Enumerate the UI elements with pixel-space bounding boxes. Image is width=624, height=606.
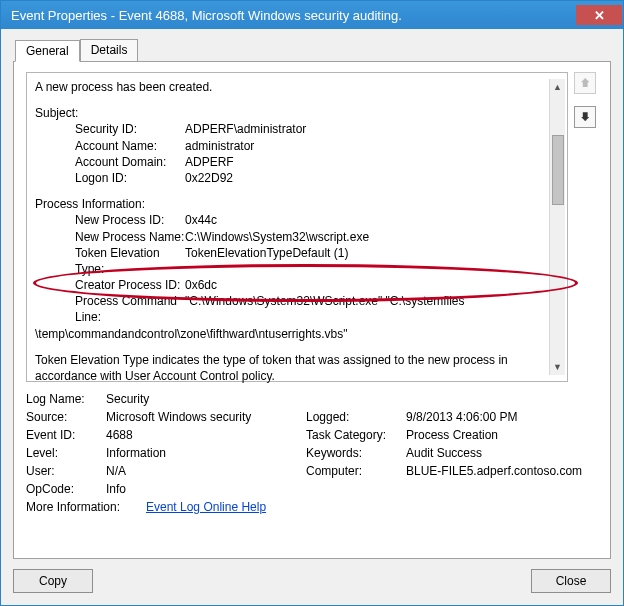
cmdline-value-2: \temp\commandandcontrol\zone\fifthward\n…: [35, 326, 549, 342]
new-pname-label: New Process Name:: [35, 229, 185, 245]
user-value: N/A: [106, 464, 306, 478]
new-pid-label: New Process ID:: [35, 212, 185, 228]
close-icon: ✕: [594, 8, 605, 23]
computer-label: Computer:: [306, 464, 406, 478]
level-label: Level:: [26, 446, 106, 460]
user-label: User:: [26, 464, 106, 478]
source-value: Microsoft Windows security: [106, 410, 306, 424]
new-pname-value: C:\Windows\System32\wscript.exe: [185, 229, 549, 245]
details-grid: Log Name: Security Source: Microsoft Win…: [26, 392, 598, 518]
task-category-label: Task Category:: [306, 428, 406, 442]
opcode-label: OpCode:: [26, 482, 106, 496]
event-description-inner: A new process has been created. Subject:…: [35, 79, 549, 375]
tab-general[interactable]: General: [15, 40, 80, 62]
new-pid-value: 0x44c: [185, 212, 549, 228]
cmdline-label: Process Command Line:: [35, 293, 185, 325]
event-description-box: A new process has been created. Subject:…: [26, 72, 568, 382]
logon-id-value: 0x22D92: [185, 170, 549, 186]
security-id-value: ADPERF\administrator: [185, 121, 549, 137]
titlebar[interactable]: Event Properties - Event 4688, Microsoft…: [1, 1, 623, 29]
arrow-up-icon: 🡅: [580, 77, 591, 89]
event-header: A new process has been created.: [35, 79, 549, 95]
creator-pid-label: Creator Process ID:: [35, 277, 185, 293]
nav-arrows: 🡅 🡇: [574, 72, 598, 128]
log-name-label: Log Name:: [26, 392, 106, 406]
window-title: Event Properties - Event 4688, Microsoft…: [11, 8, 576, 23]
account-domain-label: Account Domain:: [35, 154, 185, 170]
source-label: Source:: [26, 410, 106, 424]
dialog-buttons: Copy Close: [13, 569, 611, 593]
keywords-label: Keywords:: [306, 446, 406, 460]
upper-row: A new process has been created. Subject:…: [26, 72, 598, 382]
creator-pid-value: 0x6dc: [185, 277, 549, 293]
subject-label: Subject:: [35, 105, 549, 121]
event-explanation: Token Elevation Type indicates the type …: [35, 352, 549, 384]
tab-details[interactable]: Details: [80, 39, 139, 61]
logged-value: 9/8/2013 4:06:00 PM: [406, 410, 598, 424]
arrow-down-icon: 🡇: [580, 111, 591, 123]
prev-event-button[interactable]: 🡅: [574, 72, 596, 94]
tet-value: TokenElevationTypeDefault (1): [185, 245, 549, 277]
tab-panel: A new process has been created. Subject:…: [13, 61, 611, 559]
copy-button[interactable]: Copy: [13, 569, 93, 593]
window-body: General Details A new process has been c…: [1, 29, 623, 605]
cmdline-value-1: "C:\Windows\System32\WScript.exe" "C:\sy…: [185, 293, 549, 325]
keywords-value: Audit Success: [406, 446, 598, 460]
scroll-up-icon[interactable]: ▲: [553, 79, 562, 95]
event-properties-window: Event Properties - Event 4688, Microsoft…: [0, 0, 624, 606]
event-id-label: Event ID:: [26, 428, 106, 442]
process-info-label: Process Information:: [35, 196, 549, 212]
account-name-value: administrator: [185, 138, 549, 154]
computer-value: BLUE-FILE5.adperf.contoso.com: [406, 464, 598, 478]
vertical-scrollbar[interactable]: ▲ ▼: [549, 79, 565, 375]
window-close-button[interactable]: ✕: [576, 5, 622, 25]
tet-label: Token Elevation Type:: [35, 245, 185, 277]
logon-id-label: Logon ID:: [35, 170, 185, 186]
opcode-value: Info: [106, 482, 306, 496]
event-id-value: 4688: [106, 428, 306, 442]
scroll-down-icon[interactable]: ▼: [553, 359, 562, 375]
log-name-value: Security: [106, 392, 306, 406]
more-info-label: More Information:: [26, 500, 146, 514]
tab-strip: General Details: [15, 39, 611, 61]
account-name-label: Account Name:: [35, 138, 185, 154]
task-category-value: Process Creation: [406, 428, 598, 442]
next-event-button[interactable]: 🡇: [574, 106, 596, 128]
security-id-label: Security ID:: [35, 121, 185, 137]
logged-label: Logged:: [306, 410, 406, 424]
close-button[interactable]: Close: [531, 569, 611, 593]
more-info-link[interactable]: Event Log Online Help: [146, 500, 266, 514]
scroll-thumb[interactable]: [552, 135, 564, 205]
level-value: Information: [106, 446, 306, 460]
account-domain-value: ADPERF: [185, 154, 549, 170]
